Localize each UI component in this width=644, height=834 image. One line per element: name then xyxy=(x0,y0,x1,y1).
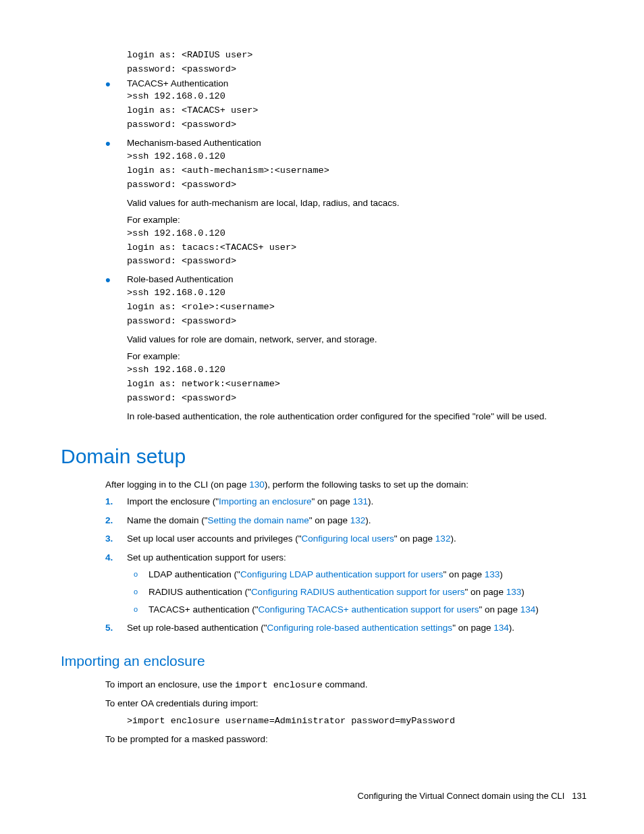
t: To import an enclosure, use the xyxy=(105,679,235,689)
code-block: >ssh 192.168.0.120 login as: <role>:<use… xyxy=(127,286,587,329)
bullet-title: Role-based Authentication xyxy=(127,273,587,286)
heading-importing-enclosure: Importing an enclosure xyxy=(61,651,587,671)
bullet-tacacs: TACACS+ Authentication >ssh 192.168.0.12… xyxy=(127,77,587,132)
example-label: For example: xyxy=(127,213,587,227)
auth-sublist: LDAP authentication ("Configuring LDAP a… xyxy=(127,568,587,616)
step-import-enclosure: Import the enclosure ("Importing an encl… xyxy=(127,495,587,509)
bullet-role: Role-based Authentication >ssh 192.168.0… xyxy=(127,273,587,423)
t: ). xyxy=(368,496,373,506)
domain-steps-list: Import the enclosure ("Importing an encl… xyxy=(61,495,587,635)
t: ). xyxy=(509,623,514,633)
page-link[interactable]: 131 xyxy=(353,496,369,506)
t: " on page xyxy=(309,515,350,525)
page-link[interactable]: 134 xyxy=(493,623,509,633)
page-link[interactable]: 133 xyxy=(485,569,500,579)
t: LDAP authentication (" xyxy=(149,569,240,579)
code-block: >ssh 192.168.0.120 login as: <TACACS+ us… xyxy=(127,90,587,132)
t: Name the domain (" xyxy=(127,515,208,525)
cross-ref-link[interactable]: Importing an enclosure xyxy=(219,496,311,506)
t: RADIUS authentication (" xyxy=(149,587,251,597)
page-footer: Configuring the Virtual Connect domain u… xyxy=(358,790,587,803)
heading-domain-setup: Domain setup xyxy=(61,442,587,471)
t: ). xyxy=(365,515,371,525)
t: ) xyxy=(521,587,525,597)
cross-ref-link[interactable]: Configuring role-based authentication se… xyxy=(267,623,452,633)
step-auth-support: Set up authentication support for users:… xyxy=(127,551,587,616)
auth-methods-list: TACACS+ Authentication >ssh 192.168.0.12… xyxy=(61,77,587,423)
step-role-auth: Set up role-based authentication ("Confi… xyxy=(127,621,587,635)
t: " on page xyxy=(452,623,493,633)
code-block: >ssh 192.168.0.120 login as: tacacs:<TAC… xyxy=(127,227,587,269)
bullet-title: TACACS+ Authentication xyxy=(127,77,587,90)
inline-code: import enclosure xyxy=(235,680,323,690)
t: Import the enclosure (" xyxy=(127,496,219,506)
page-link[interactable]: 132 xyxy=(435,533,451,544)
step-local-users: Set up local user accounts and privilege… xyxy=(127,532,587,546)
bullet-mechanism: Mechanism-based Authentication >ssh 192.… xyxy=(127,136,587,269)
paragraph: Valid values for role are domain, networ… xyxy=(127,333,587,346)
t: ) xyxy=(500,569,503,579)
code-block: >ssh 192.168.0.120 login as: network:<us… xyxy=(127,363,587,406)
enc-paragraph-3: To be prompted for a masked password: xyxy=(61,733,587,746)
t: " on page xyxy=(444,569,485,579)
page-link[interactable]: 134 xyxy=(520,604,536,615)
bullet-title: Mechanism-based Authentication xyxy=(127,136,587,150)
page-link[interactable]: 130 xyxy=(249,479,265,490)
page-link[interactable]: 132 xyxy=(350,515,366,525)
enc-paragraph-1: To import an enclosure, use the import e… xyxy=(61,678,587,693)
t: command. xyxy=(323,679,368,689)
cross-ref-link[interactable]: Configuring RADIUS authentication suppor… xyxy=(251,587,465,597)
cross-ref-link[interactable]: Configuring LDAP authentication support … xyxy=(240,569,444,579)
step-name-domain: Name the domain ("Setting the domain nam… xyxy=(127,514,587,527)
enc-paragraph-2: To enter OA credentials during import: xyxy=(61,697,587,710)
cross-ref-link[interactable]: Setting the domain name xyxy=(208,515,309,525)
t: ) xyxy=(535,604,539,615)
t: Set up local user accounts and privilege… xyxy=(127,533,301,544)
t: " on page xyxy=(394,533,435,544)
t: TACACS+ authentication (" xyxy=(149,604,259,615)
sub-tacacs: TACACS+ authentication ("Configuring TAC… xyxy=(149,603,587,617)
t: Set up authentication support for users: xyxy=(127,552,286,563)
sub-radius: RADIUS authentication ("Configuring RADI… xyxy=(149,585,587,599)
code-radius-continued: login as: <RADIUS user> password: <passw… xyxy=(61,49,587,77)
enc-code: >import enclosure username=Administrator… xyxy=(61,714,587,729)
domain-intro: After logging in to the CLI (on page 130… xyxy=(61,478,587,492)
page-link[interactable]: 133 xyxy=(506,587,522,597)
paragraph: Valid values for auth-mechanism are loca… xyxy=(127,197,587,210)
cross-ref-link[interactable]: Configuring local users xyxy=(301,533,394,544)
example-label: For example: xyxy=(127,350,587,363)
t: ). xyxy=(450,533,456,544)
paragraph: In role-based authentication, the role a… xyxy=(127,410,587,423)
text: ), perform the following tasks to set up… xyxy=(265,479,468,490)
sub-ldap: LDAP authentication ("Configuring LDAP a… xyxy=(149,568,587,581)
footer-text: Configuring the Virtual Connect domain u… xyxy=(358,791,565,801)
cross-ref-link[interactable]: Configuring TACACS+ authentication suppo… xyxy=(259,604,479,615)
footer-page-number: 131 xyxy=(572,791,587,801)
t: Set up role-based authentication (" xyxy=(127,623,267,633)
t: " on page xyxy=(311,496,352,506)
code-block: >ssh 192.168.0.120 login as: <auth-mecha… xyxy=(127,150,587,192)
t: " on page xyxy=(479,604,520,615)
text: After logging in to the CLI (on page xyxy=(105,479,249,490)
t: " on page xyxy=(465,587,506,597)
